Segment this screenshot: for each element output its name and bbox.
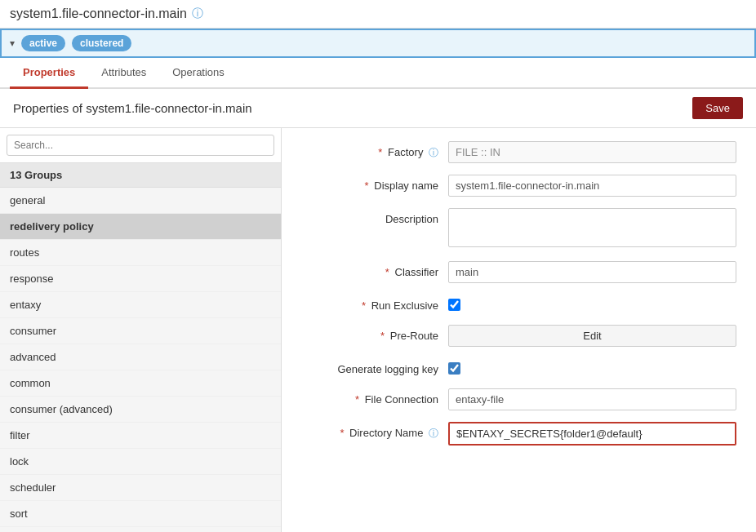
description-input[interactable]: [448, 208, 736, 247]
group-item-filter[interactable]: filter: [0, 423, 281, 449]
required-star: *: [378, 146, 382, 158]
tab-attributes[interactable]: Attributes: [88, 58, 159, 89]
factory-control: [448, 141, 736, 163]
required-star-dir: *: [340, 427, 344, 439]
pre-route-edit-button[interactable]: Edit: [448, 325, 736, 347]
form-row-logging-key: Generate logging key: [301, 358, 736, 377]
display-name-input[interactable]: [448, 175, 736, 197]
search-input[interactable]: [7, 135, 274, 156]
file-connection-control: [448, 388, 736, 410]
badge-clustered[interactable]: clustered: [72, 35, 131, 51]
group-item-general[interactable]: general: [0, 188, 281, 214]
group-list: general redelivery policy routes respons…: [0, 188, 281, 532]
group-item-entaxy[interactable]: entaxy: [0, 292, 281, 318]
right-panel: * Factory ⓘ * Display name Description: [282, 128, 756, 532]
group-item-redelivery[interactable]: redelivery policy: [0, 214, 281, 240]
tab-properties[interactable]: Properties: [10, 58, 88, 89]
logging-key-control: [448, 358, 736, 377]
run-exclusive-control: [448, 295, 736, 313]
group-item-consumer[interactable]: consumer: [0, 318, 281, 344]
content-area: Properties of system1.file-connector-in.…: [0, 89, 756, 532]
group-item-advanced[interactable]: advanced: [0, 344, 281, 370]
display-name-control: [448, 175, 736, 197]
group-item-lock[interactable]: lock: [0, 449, 281, 475]
pre-route-control: Edit: [448, 325, 736, 347]
tab-operations[interactable]: Operations: [159, 58, 238, 89]
directory-name-help-icon[interactable]: ⓘ: [429, 428, 438, 439]
directory-name-input[interactable]: [448, 422, 736, 446]
file-connection-input[interactable]: [448, 388, 736, 410]
badge-active[interactable]: active: [21, 35, 65, 51]
label-factory: * Factory ⓘ: [301, 141, 448, 160]
page-title: system1.file-connector-in.main: [10, 7, 187, 21]
required-star-fc: *: [355, 393, 359, 406]
main-content: 13 Groups general redelivery policy rout…: [0, 128, 756, 532]
form-row-file-connection: * File Connection: [301, 388, 736, 410]
group-item-scheduler[interactable]: scheduler: [0, 475, 281, 501]
group-item-consumer-advanced[interactable]: consumer (advanced): [0, 397, 281, 423]
save-button[interactable]: Save: [692, 97, 743, 119]
form-row-classifier: * Classifier: [301, 261, 736, 283]
tabs: Properties Attributes Operations: [0, 58, 756, 89]
form-row-directory-name: * Directory Name ⓘ: [301, 422, 736, 446]
classifier-input[interactable]: [448, 261, 736, 283]
label-file-connection: * File Connection: [301, 388, 448, 406]
status-bar: ▾ active clustered: [0, 29, 756, 58]
required-star-re: *: [362, 299, 366, 312]
logging-key-checkbox[interactable]: [448, 362, 460, 375]
label-display-name: * Display name: [301, 175, 448, 192]
group-item-response[interactable]: response: [0, 266, 281, 292]
form-row-display-name: * Display name: [301, 175, 736, 197]
required-star-cl: *: [385, 266, 389, 278]
search-box: [0, 128, 281, 163]
label-directory-name: * Directory Name ⓘ: [301, 422, 448, 441]
required-star-dn: *: [365, 180, 369, 192]
label-logging-key: Generate logging key: [301, 358, 448, 375]
label-run-exclusive: * Run Exclusive: [301, 295, 448, 312]
groups-header: 13 Groups: [0, 163, 281, 188]
run-exclusive-checkbox[interactable]: [448, 299, 460, 311]
label-classifier: * Classifier: [301, 261, 448, 278]
status-arrow[interactable]: ▾: [10, 38, 15, 49]
label-pre-route: * Pre-Route: [301, 325, 448, 342]
group-item-sort[interactable]: sort: [0, 501, 281, 527]
description-control: [448, 208, 736, 250]
factory-help-icon[interactable]: ⓘ: [429, 147, 438, 158]
factory-input: [448, 141, 736, 163]
required-star-pr: *: [380, 330, 385, 342]
properties-title: Properties of system1.file-connector-in.…: [13, 101, 252, 115]
group-item-common[interactable]: common: [0, 370, 281, 397]
group-item-routes[interactable]: routes: [0, 240, 281, 266]
label-description: Description: [301, 208, 448, 225]
form-row-run-exclusive: * Run Exclusive: [301, 295, 736, 313]
form-row-factory: * Factory ⓘ: [301, 141, 736, 163]
classifier-control: [448, 261, 736, 283]
form-row-pre-route: * Pre-Route Edit: [301, 325, 736, 347]
page-header: system1.file-connector-in.main ⓘ: [0, 0, 756, 29]
form-row-description: Description: [301, 208, 736, 250]
directory-name-control: [448, 422, 736, 446]
info-icon[interactable]: ⓘ: [192, 7, 203, 21]
content-header: Properties of system1.file-connector-in.…: [0, 89, 756, 128]
left-panel: 13 Groups general redelivery policy rout…: [0, 128, 282, 532]
